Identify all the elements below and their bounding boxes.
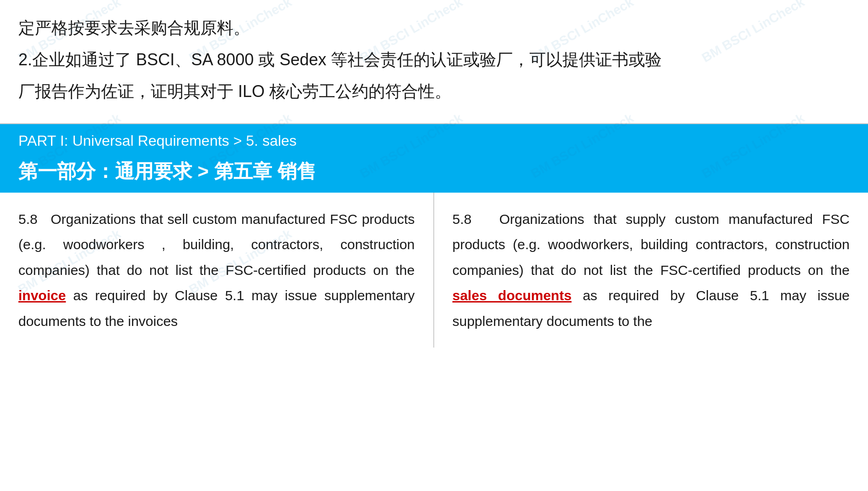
header-section: PART I: Universal Requirements > 5. sale… bbox=[0, 124, 868, 193]
chinese-line-1: 定严格按要求去采购合规原料。 bbox=[18, 14, 850, 42]
content-columns: 5.8 Organizations that sell custom manuf… bbox=[0, 193, 868, 348]
page-wrapper: BM BSCI LinCheck BM BSCI LinCheck BM BSC… bbox=[0, 0, 868, 348]
top-section: 定严格按要求去采购合规原料。 2.企业如通过了 BSCI、SA 8000 或 S… bbox=[0, 0, 868, 124]
left-text-before-link: Organizations that sell custom manufactu… bbox=[18, 211, 415, 278]
chinese-line-2: 2.企业如通过了 BSCI、SA 8000 或 Sedex 等社会责任的认证或验… bbox=[18, 46, 850, 74]
right-section-number: 5.8 bbox=[453, 211, 472, 227]
column-left: 5.8 Organizations that sell custom manuf… bbox=[0, 193, 434, 348]
right-text-before-link: Organizations that supply custom manufac… bbox=[453, 211, 850, 278]
left-invoice-link[interactable]: invoice bbox=[18, 288, 66, 303]
header-part-label: PART I: Universal Requirements > 5. sale… bbox=[0, 124, 868, 154]
left-section-number: 5.8 bbox=[18, 211, 38, 227]
header-chinese-title: 第一部分：通用要求 > 第五章 销售 bbox=[0, 154, 868, 193]
chinese-text-block: 定严格按要求去采购合规原料。 2.企业如通过了 BSCI、SA 8000 或 S… bbox=[18, 14, 850, 106]
chinese-line-3: 厂报告作为佐证，证明其对于 ILO 核心劳工公约的符合性。 bbox=[18, 77, 850, 105]
left-text-after-link: as required by Clause 5.1 may issue supp… bbox=[18, 288, 415, 329]
right-sales-documents-link[interactable]: sales documents bbox=[453, 288, 572, 303]
column-right: 5.8 Organizations that supply custom man… bbox=[434, 193, 868, 348]
